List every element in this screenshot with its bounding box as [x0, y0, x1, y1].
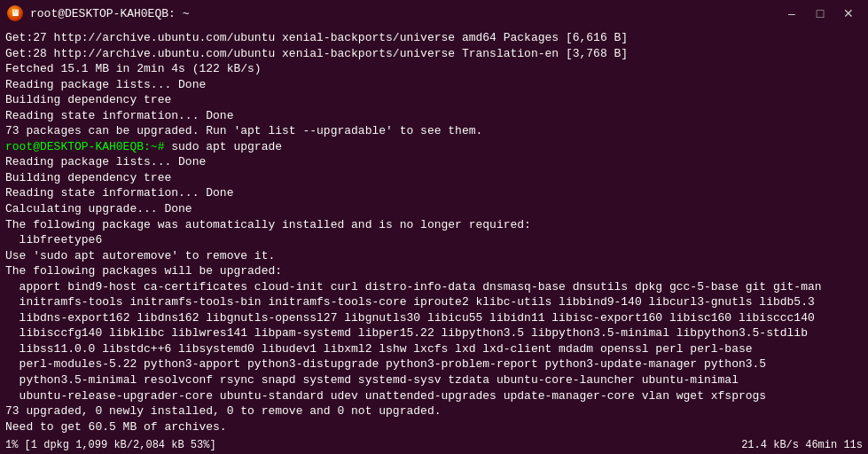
- speed-indicator: 21.4 kB/s 46min 11s: [741, 438, 863, 452]
- status-bar: 1% [1 dpkg 1,099 kB/2,084 kB 53%] 21.4 k…: [0, 436, 868, 454]
- window-controls: – □ ✕: [779, 4, 861, 23]
- terminal-area[interactable]: Get:27 http://archive.ubuntu.com/ubuntu …: [0, 27, 868, 454]
- titlebar: 🖥 root@DESKTOP-KAH0EQB: ~ – □ ✕: [0, 0, 868, 27]
- window-title: root@DESKTOP-KAH0EQB: ~: [30, 7, 189, 20]
- minimize-button[interactable]: –: [779, 4, 804, 23]
- terminal-output: Get:27 http://archive.ubuntu.com/ubuntu …: [5, 30, 863, 454]
- titlebar-left: 🖥 root@DESKTOP-KAH0EQB: ~: [7, 5, 189, 21]
- maximize-button[interactable]: □: [808, 4, 833, 23]
- close-button[interactable]: ✕: [836, 4, 861, 23]
- progress-bar: 1% [1 dpkg 1,099 kB/2,084 kB 53%]: [5, 438, 216, 452]
- app-icon: 🖥: [7, 5, 23, 21]
